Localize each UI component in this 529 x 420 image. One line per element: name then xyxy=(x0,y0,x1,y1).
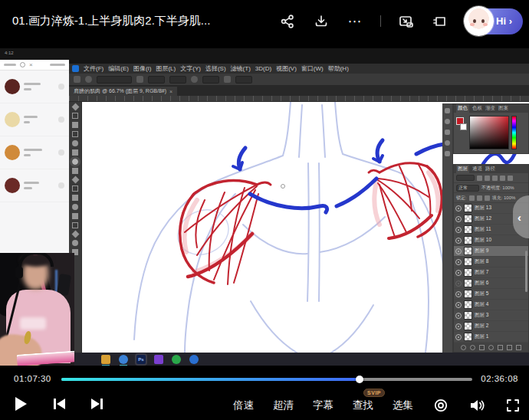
layer-thumbnail xyxy=(464,279,472,287)
layer-row: 图层 8 xyxy=(454,257,528,267)
fullscreen-icon xyxy=(505,398,521,413)
layer-thumbnail xyxy=(464,300,472,309)
next-icon xyxy=(90,398,105,410)
properties-panel-icon xyxy=(445,130,450,135)
quality-button[interactable]: 超清 xyxy=(273,399,294,412)
app-purple-icon xyxy=(154,355,163,364)
settings-button[interactable] xyxy=(432,397,449,414)
video-title: 01.画力淬炼-1.上半身肌肉2.下半身肌... xyxy=(12,14,210,28)
assistant-label: Hi › xyxy=(496,15,512,27)
progress-knob[interactable] xyxy=(356,376,363,383)
layer-filter-row xyxy=(454,173,528,183)
chat-panel-tabs: × xyxy=(0,60,69,71)
panel-gap xyxy=(453,154,529,164)
lock-transparent-icon xyxy=(469,195,475,201)
current-time: 01:07:30 xyxy=(14,374,51,383)
pip-button[interactable] xyxy=(398,13,415,30)
chat-more-text xyxy=(50,64,65,66)
playback-buttons xyxy=(11,394,107,414)
tab-gradients: 渐变 xyxy=(485,105,495,112)
adjustments-panel-icon xyxy=(445,151,450,156)
layer-row: 图层 7 xyxy=(454,267,528,278)
ps-menu-bar: 文件(F) 编辑(E) 图像(I) 图层(L) 文字(Y) 选择(S) 滤镜(T… xyxy=(69,64,529,74)
lasso-tool-icon xyxy=(72,122,78,128)
layer-visibility-icon xyxy=(455,323,462,330)
play-icon xyxy=(14,396,28,412)
top-bar-actions: ⋯ Hi › xyxy=(279,0,523,42)
layer-row: 图层 5 xyxy=(454,289,528,300)
move-tool-icon xyxy=(71,103,79,111)
layers-panel: 图层 通道 路径 xyxy=(453,164,529,353)
next-episode-button[interactable] xyxy=(87,394,107,414)
play-button[interactable] xyxy=(11,394,31,414)
menu-3d: 3D(D) xyxy=(255,65,271,72)
layers-scrollbar xyxy=(525,251,527,293)
layer-thumbnail xyxy=(464,268,472,277)
blur-tool-icon xyxy=(72,195,78,201)
layer-visibility-icon xyxy=(455,334,462,340)
headphones xyxy=(18,253,54,267)
layer-visibility-icon xyxy=(455,291,462,297)
fullscreen-button[interactable] xyxy=(504,397,521,414)
lock-position-icon xyxy=(485,195,490,201)
share-button[interactable] xyxy=(279,13,296,30)
menu-type: 文字(Y) xyxy=(180,64,201,73)
assistant-hi-button[interactable]: Hi › xyxy=(465,8,523,34)
picture-in-picture-icon xyxy=(398,14,415,29)
layer-visibility-icon xyxy=(455,227,462,233)
file-explorer-icon xyxy=(101,355,110,364)
chat-badge xyxy=(58,116,64,123)
menu-layer: 图层(L) xyxy=(156,64,176,73)
layer-row: 图层 2 xyxy=(454,321,528,332)
download-icon xyxy=(314,14,329,29)
color-swatches xyxy=(456,116,467,149)
photoshop-logo-icon xyxy=(72,65,79,72)
delete-layer-icon xyxy=(516,345,521,350)
chat-list-item xyxy=(0,103,69,136)
subtitles-button[interactable]: 字幕 xyxy=(313,399,334,412)
flow-dropdown xyxy=(202,76,219,84)
chat-list-item xyxy=(0,71,69,103)
dodge-tool-icon xyxy=(72,204,78,210)
smoothing-dropdown xyxy=(235,76,252,84)
layer-row: 图层 3 xyxy=(454,310,528,321)
layers-panel-tabs: 图层 通道 路径 xyxy=(454,165,528,173)
saturation-value-picker xyxy=(469,116,509,149)
layer-visibility-icon xyxy=(455,216,462,222)
horizontal-ruler xyxy=(69,96,529,102)
eraser-tool-icon xyxy=(71,176,79,184)
chat-panel: × xyxy=(0,60,69,253)
download-button[interactable] xyxy=(313,13,330,30)
browser-icon xyxy=(119,355,128,364)
settings-icon xyxy=(433,398,449,413)
photoshop-taskbar-icon: Ps xyxy=(136,355,146,364)
previous-episode-button[interactable] xyxy=(49,394,69,414)
hand-tool-icon xyxy=(72,240,78,246)
layer-mask-icon xyxy=(479,345,485,350)
layer-visibility-icon xyxy=(455,281,462,287)
cast-button[interactable] xyxy=(432,13,449,30)
filter-text-icon xyxy=(492,176,498,181)
filter-adjustment-icon xyxy=(485,176,490,181)
volume-button[interactable] xyxy=(468,397,485,414)
layer-visibility-icon xyxy=(455,302,462,308)
speed-button[interactable]: 倍速 xyxy=(233,399,254,412)
fill-field: 填充: 100% xyxy=(492,195,516,202)
background-color-swatch xyxy=(460,123,467,130)
document-title: 肩膀的肌肉 @ 66.7% (图层 9, RGB/8#) xyxy=(74,87,166,95)
more-button[interactable]: ⋯ xyxy=(347,13,363,30)
menu-select: 选择(S) xyxy=(205,64,226,73)
video-area[interactable]: 4:12 × xyxy=(0,42,529,369)
search-button[interactable]: 查找 SVIP xyxy=(353,399,373,412)
episodes-button[interactable]: 选集 xyxy=(393,399,413,412)
pen-tool-icon xyxy=(72,213,78,219)
menu-edit: 编辑(E) xyxy=(108,64,129,73)
pressure-icon xyxy=(191,76,198,83)
text-tool-icon xyxy=(72,222,78,228)
headphone-earcup xyxy=(15,267,23,278)
hue-slider xyxy=(511,116,517,149)
layer-row: 图层 4 xyxy=(454,300,528,310)
progress-bar[interactable] xyxy=(61,378,472,381)
brush-panel-icon xyxy=(136,76,143,83)
layer-thumbnail xyxy=(464,258,472,266)
